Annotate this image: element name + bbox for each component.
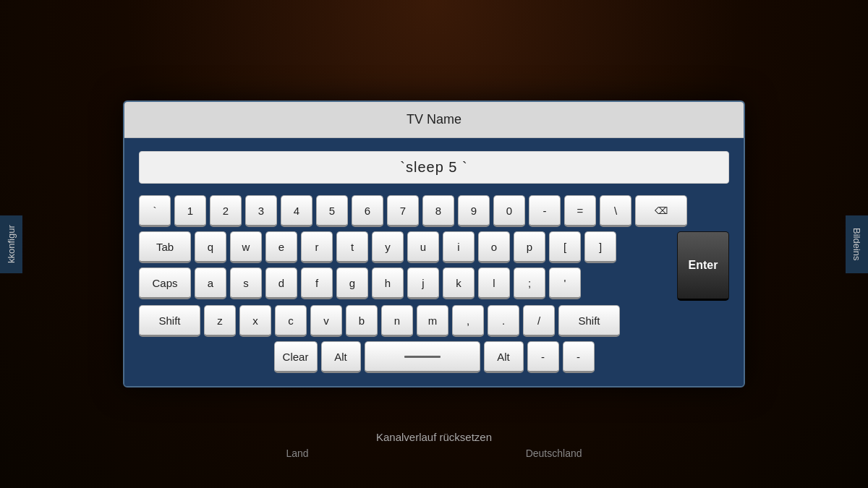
- bottom-left-label: Land: [286, 448, 309, 459]
- dialog-body: `sleep 5 ` ` 1 2 3 4 5 6 7 8 9 0 - = \ ⌫: [124, 138, 744, 386]
- key-j[interactable]: j: [407, 267, 439, 299]
- key-equals[interactable]: =: [564, 195, 596, 227]
- key-v[interactable]: v: [310, 305, 342, 337]
- clear-button[interactable]: Clear: [274, 341, 318, 373]
- key-slash[interactable]: /: [523, 305, 555, 337]
- space-icon: [404, 356, 441, 358]
- bottom-text-area: Kanalverlauf rücksetzen Land Deutschland: [286, 431, 582, 459]
- side-menu-right: Bildeins: [846, 215, 868, 273]
- key-minus[interactable]: -: [529, 195, 561, 227]
- key-9[interactable]: 9: [458, 195, 490, 227]
- keyboard-row-3: Caps a s d f g h j k l ; ': [139, 267, 673, 299]
- key-dash-1[interactable]: -: [527, 341, 559, 373]
- key-dash-2[interactable]: -: [563, 341, 595, 373]
- tv-name-dialog: TV Name `sleep 5 ` ` 1 2 3 4 5 6 7 8 9 0…: [123, 100, 745, 388]
- keyboard-row-5: Clear Alt Alt - -: [139, 341, 729, 373]
- key-r[interactable]: r: [301, 231, 333, 263]
- key-7[interactable]: 7: [387, 195, 419, 227]
- key-l[interactable]: l: [478, 267, 510, 299]
- keyboard-rows-2-3: Tab q w e r t y u i o p [ ]: [139, 231, 729, 301]
- key-5[interactable]: 5: [316, 195, 348, 227]
- key-8[interactable]: 8: [422, 195, 454, 227]
- key-z[interactable]: z: [204, 305, 236, 337]
- side-menu-left: kkonfigur: [0, 215, 22, 273]
- bottom-right-label: Deutschland: [526, 448, 582, 459]
- keyboard-row-1: ` 1 2 3 4 5 6 7 8 9 0 - = \ ⌫: [139, 195, 729, 227]
- dialog-title: TV Name: [124, 102, 744, 138]
- key-b[interactable]: b: [346, 305, 378, 337]
- key-u[interactable]: u: [407, 231, 439, 263]
- key-quote[interactable]: ': [549, 267, 581, 299]
- key-x[interactable]: x: [239, 305, 271, 337]
- key-alt-left[interactable]: Alt: [321, 341, 361, 373]
- key-a[interactable]: a: [195, 267, 226, 299]
- key-n[interactable]: n: [381, 305, 413, 337]
- key-alt-right[interactable]: Alt: [484, 341, 524, 373]
- key-6[interactable]: 6: [352, 195, 383, 227]
- key-g[interactable]: g: [336, 267, 368, 299]
- key-backslash[interactable]: \: [600, 195, 631, 227]
- key-i[interactable]: i: [443, 231, 475, 263]
- keyboard-row-2: Tab q w e r t y u i o p [ ]: [139, 231, 673, 263]
- key-p[interactable]: p: [514, 231, 545, 263]
- key-4[interactable]: 4: [281, 195, 312, 227]
- key-c[interactable]: c: [275, 305, 307, 337]
- key-open-bracket[interactable]: [: [549, 231, 581, 263]
- key-backtick[interactable]: `: [139, 195, 171, 227]
- key-e[interactable]: e: [265, 231, 297, 263]
- key-s[interactable]: s: [230, 267, 262, 299]
- keyboard: ` 1 2 3 4 5 6 7 8 9 0 - = \ ⌫: [139, 195, 729, 373]
- backspace-button[interactable]: ⌫: [635, 195, 687, 227]
- bottom-row: Land Deutschland: [286, 448, 582, 459]
- key-3[interactable]: 3: [245, 195, 277, 227]
- key-0[interactable]: 0: [493, 195, 525, 227]
- enter-button[interactable]: Enter: [677, 231, 729, 301]
- key-m[interactable]: m: [417, 305, 448, 337]
- key-w[interactable]: w: [230, 231, 262, 263]
- key-t[interactable]: t: [336, 231, 368, 263]
- key-h[interactable]: h: [372, 267, 404, 299]
- key-q[interactable]: q: [195, 231, 226, 263]
- key-shift-right[interactable]: Shift: [558, 305, 620, 337]
- key-d[interactable]: d: [265, 267, 297, 299]
- key-f[interactable]: f: [301, 267, 333, 299]
- key-o[interactable]: o: [478, 231, 510, 263]
- key-1[interactable]: 1: [174, 195, 206, 227]
- bottom-main-text: Kanalverlauf rücksetzen: [286, 431, 582, 443]
- key-period[interactable]: .: [488, 305, 519, 337]
- key-semicolon[interactable]: ;: [514, 267, 545, 299]
- keyboard-row-4: Shift z x c v b n m , . / Shift: [139, 305, 729, 337]
- spacebar-button[interactable]: [365, 341, 480, 373]
- rows-col-main: Tab q w e r t y u i o p [ ]: [139, 231, 673, 301]
- key-k[interactable]: k: [443, 267, 475, 299]
- tv-name-input[interactable]: `sleep 5 `: [139, 151, 729, 184]
- key-comma[interactable]: ,: [452, 305, 484, 337]
- key-y[interactable]: y: [372, 231, 404, 263]
- key-2[interactable]: 2: [210, 195, 242, 227]
- key-tab[interactable]: Tab: [139, 231, 191, 263]
- key-close-bracket[interactable]: ]: [584, 231, 616, 263]
- key-shift-left[interactable]: Shift: [139, 305, 200, 337]
- key-caps[interactable]: Caps: [139, 267, 191, 299]
